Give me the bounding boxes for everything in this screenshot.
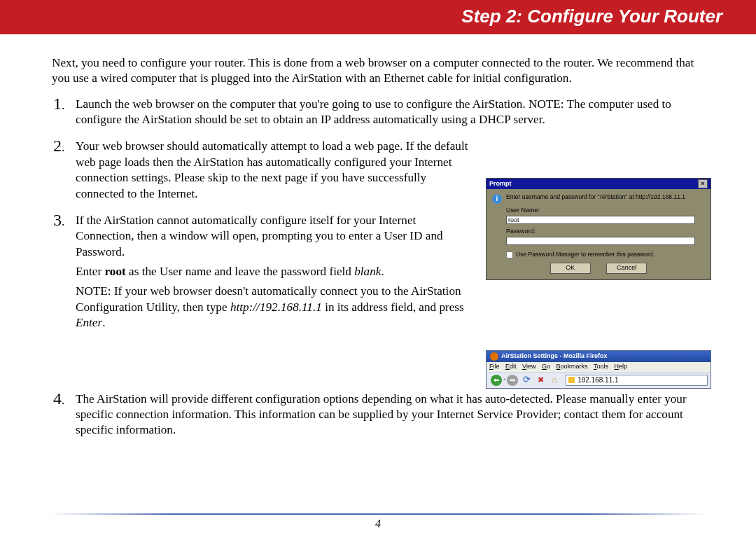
info-icon: i bbox=[492, 194, 502, 204]
reload-icon[interactable]: ⟳ bbox=[522, 375, 531, 385]
browser-title-text: AirStation Settings - Mozilla Firefox bbox=[501, 352, 608, 361]
prompt-title-text: Prompt bbox=[489, 180, 512, 188]
dot-icon: • bbox=[503, 376, 505, 385]
back-icon[interactable]: ⬅ bbox=[491, 375, 502, 386]
step-text: Launch the web browser on the computer t… bbox=[76, 97, 711, 128]
menu-edit[interactable]: Edit bbox=[505, 363, 517, 370]
menu-go[interactable]: Go bbox=[542, 363, 550, 370]
browser-titlebar: AirStation Settings - Mozilla Firefox bbox=[486, 351, 710, 362]
page-title: Step 2: Configure Your Router bbox=[461, 6, 722, 27]
step-2: 2. Prompt × i Enter username and passwor… bbox=[76, 139, 711, 201]
footer-rule bbox=[49, 513, 707, 515]
stop-icon[interactable]: ✖ bbox=[536, 375, 545, 385]
prompt-titlebar: Prompt × bbox=[486, 179, 710, 189]
menu-view[interactable]: View bbox=[522, 363, 536, 370]
step3-p2: Enter root as the User name and leave th… bbox=[76, 264, 711, 279]
step3-p1: If the AirStation cannot automatically c… bbox=[76, 213, 711, 260]
step-1: 1. Launch the web browser on the compute… bbox=[76, 97, 711, 128]
step-text: The AirStation will provide different co… bbox=[76, 392, 711, 438]
page-number: 4 bbox=[375, 518, 381, 529]
step-number: 3. bbox=[53, 209, 64, 231]
browser-menubar: File Edit View Go Bookmarks Tools Help bbox=[486, 362, 710, 372]
browser-toolbar: ⬅ • ➡ ⟳ ✖ ⌂ 192.168.11.1 bbox=[486, 372, 710, 388]
intro-paragraph: Next, you need to configure your router.… bbox=[52, 55, 711, 87]
firefox-icon bbox=[490, 352, 498, 361]
page-footer: 4 bbox=[0, 513, 756, 530]
step-number: 4. bbox=[53, 388, 64, 410]
favicon-icon bbox=[568, 377, 575, 383]
address-text: 192.168.11.1 bbox=[578, 375, 618, 385]
content-area: Next, you need to configure your router.… bbox=[0, 34, 756, 438]
steps-list: 1. Launch the web browser on the compute… bbox=[52, 97, 711, 438]
menu-bookmarks[interactable]: Bookmarks bbox=[556, 363, 588, 370]
step3-p3: NOTE: If your web browser doesn't automa… bbox=[76, 284, 711, 331]
home-icon[interactable]: ⌂ bbox=[550, 375, 559, 385]
step-3: 3. AirStation Settings - Mozilla Firefox… bbox=[76, 213, 711, 331]
browser-window: AirStation Settings - Mozilla Firefox Fi… bbox=[486, 350, 711, 389]
close-icon[interactable]: × bbox=[698, 179, 708, 188]
menu-help[interactable]: Help bbox=[614, 363, 627, 370]
step-4: 4. The AirStation will provide different… bbox=[76, 392, 711, 438]
menu-file[interactable]: File bbox=[489, 363, 500, 370]
step-number: 2. bbox=[53, 135, 64, 157]
prompt-message: Enter username and password for "AirStat… bbox=[506, 193, 685, 200]
browser-screenshot: AirStation Settings - Mozilla Firefox Fi… bbox=[486, 350, 711, 389]
header-bar: Step 2: Configure Your Router bbox=[0, 0, 756, 34]
step-number: 1. bbox=[53, 93, 64, 115]
menu-tools[interactable]: Tools bbox=[594, 363, 608, 370]
address-bar[interactable]: 192.168.11.1 bbox=[566, 375, 708, 386]
forward-icon[interactable]: ➡ bbox=[507, 375, 518, 386]
